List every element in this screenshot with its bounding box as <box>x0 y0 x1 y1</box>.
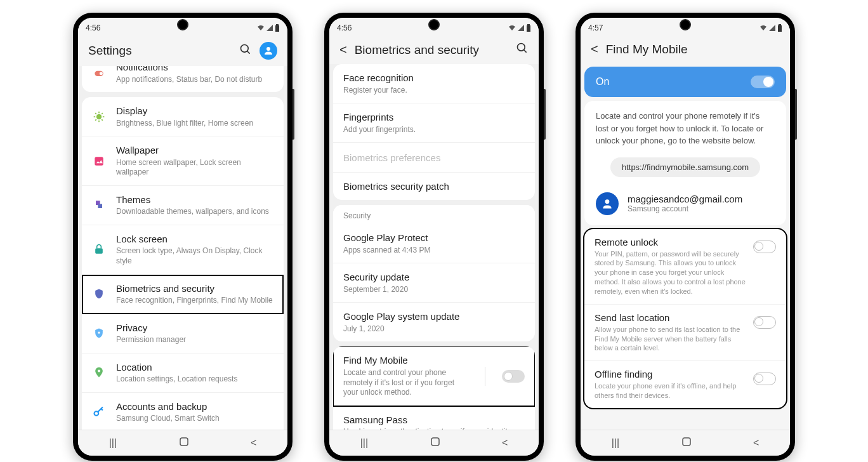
option-text: Send last location Allow your phone to s… <box>595 312 746 353</box>
item-title: Samsung Pass <box>343 414 525 426</box>
option-offline-finding[interactable]: Offline finding Locate your phone even i… <box>584 361 786 408</box>
info-text: Locate and control your phone remotely i… <box>584 101 786 154</box>
biometrics-header: < Biometrics and security <box>329 36 539 64</box>
svg-point-6 <box>100 72 103 75</box>
item-sub: Face recognition, Fingerprints, Find My … <box>116 296 273 306</box>
nav-home-icon[interactable] <box>430 437 440 449</box>
profile-avatar[interactable] <box>260 42 277 60</box>
wifi-icon <box>257 25 265 31</box>
search-icon[interactable] <box>239 43 252 59</box>
svg-line-3 <box>247 51 250 53</box>
item-sub: Locate and control your phone remotely i… <box>343 368 468 398</box>
nav-back-icon[interactable]: < <box>251 437 256 449</box>
svg-rect-32 <box>778 25 782 32</box>
fmm-header: < Find My Mobile <box>581 36 790 63</box>
item-fingerprints[interactable]: Fingerprints Add your fingerprints. <box>333 103 535 143</box>
item-title: Location <box>116 361 273 374</box>
toggle[interactable] <box>502 370 525 383</box>
svg-point-7 <box>96 114 102 119</box>
svg-rect-26 <box>180 438 188 446</box>
item-sub: App notifications, Status bar, Do not di… <box>116 75 273 85</box>
item-sub: Screen lock type, Always On Display, Clo… <box>116 246 273 266</box>
wifi-icon <box>760 25 767 31</box>
nav-back-icon[interactable]: < <box>753 437 759 449</box>
wifi-icon <box>508 25 516 31</box>
item-text: Privacy Permission manager <box>116 322 273 345</box>
screen-1: 4:56 Settings Notifications App notifica… <box>78 18 287 456</box>
item-google-play-system-update[interactable]: Google Play system update July 1, 2020 <box>333 303 535 341</box>
svg-line-12 <box>95 113 96 114</box>
item-sub: Register your face. <box>343 86 525 96</box>
search-icon[interactable] <box>516 42 529 58</box>
screen-2: 4:56 < Biometrics and security Face reco… <box>329 18 539 456</box>
option-text: Offline finding Locate your phone even i… <box>595 369 746 400</box>
nav-home-icon[interactable] <box>179 437 189 449</box>
back-icon[interactable]: < <box>591 42 598 56</box>
toggle[interactable] <box>753 241 776 253</box>
shield-icon <box>92 287 106 301</box>
svg-line-24 <box>101 409 103 411</box>
item-samsung-pass[interactable]: Samsung Pass Use biometric authenticatio… <box>333 406 535 430</box>
settings-item-notif[interactable]: Notifications App notifications, Status … <box>82 66 284 92</box>
nav-recent-icon[interactable]: ||| <box>360 437 368 449</box>
camera-hole <box>680 19 691 30</box>
clock: 4:56 <box>337 23 352 32</box>
item-biometrics-preferences[interactable]: Biometrics preferences <box>333 143 535 173</box>
fmm-content[interactable]: On Locate and control your phone remotel… <box>581 63 790 430</box>
settings-item-lock[interactable]: Lock screen Screen lock type, Always On … <box>82 225 284 275</box>
biometrics-list[interactable]: Face recognition Register your face. Fin… <box>329 64 539 430</box>
nav-bar: ||| < <box>78 430 287 456</box>
item-security-update[interactable]: Security update September 1, 2020 <box>333 263 535 303</box>
settings-item-location[interactable]: Location Location settings, Location req… <box>82 353 284 393</box>
svg-point-34 <box>605 199 610 204</box>
item-title: Biometrics security patch <box>343 180 525 193</box>
account-row[interactable]: maggiesandco@gmail.com Samsung account <box>584 187 786 225</box>
page-title: Biometrics and security <box>355 43 508 57</box>
item-title: Google Play Protect <box>343 232 525 244</box>
nav-recent-icon[interactable]: ||| <box>612 437 619 449</box>
item-title: Themes <box>116 194 273 206</box>
item-sub: Apps scanned at 4:43 PM <box>343 246 525 256</box>
account-info: maggiesandco@gmail.com Samsung account <box>628 194 742 213</box>
item-title: Accounts and backup <box>116 400 273 413</box>
settings-item-key[interactable]: Accounts and backup Samsung Cloud, Smart… <box>82 393 284 430</box>
item-google-play-protect[interactable]: Google Play Protect Apps scanned at 4:43… <box>333 224 535 263</box>
nav-home-icon[interactable] <box>681 437 692 449</box>
master-toggle-banner[interactable]: On <box>584 67 786 97</box>
option-sub: Allow your phone to send its last locati… <box>595 325 746 353</box>
svg-line-30 <box>524 50 527 53</box>
settings-item-shield[interactable]: Biometrics and security Face recognition… <box>82 275 284 314</box>
clock: 4:57 <box>588 23 603 32</box>
item-title: Find My Mobile <box>343 354 468 367</box>
option-title: Send last location <box>595 312 746 323</box>
item-title: Display <box>116 105 273 117</box>
settings-item-privacy[interactable]: Privacy Permission manager <box>82 314 284 353</box>
nav-bar: ||| < <box>581 430 790 456</box>
svg-point-21 <box>98 370 100 373</box>
location-icon <box>92 366 106 380</box>
item-face-recognition[interactable]: Face recognition Register your face. <box>333 64 535 103</box>
settings-item-wallpaper[interactable]: Wallpaper Home screen wallpaper, Lock sc… <box>82 136 284 186</box>
item-sub: Brightness, Blue light filter, Home scre… <box>116 119 273 129</box>
toggle[interactable] <box>753 373 776 385</box>
fmm-url[interactable]: https://findmymobile.samsung.com <box>610 157 760 177</box>
settings-item-themes[interactable]: Themes Downloadable themes, wallpapers, … <box>82 186 284 225</box>
nav-recent-icon[interactable]: ||| <box>109 437 117 449</box>
settings-list[interactable]: Notifications App notifications, Status … <box>78 66 287 430</box>
option-send-last-location[interactable]: Send last location Allow your phone to s… <box>584 305 786 362</box>
svg-rect-1 <box>276 24 279 25</box>
settings-item-display[interactable]: Display Brightness, Blue light filter, H… <box>82 97 284 136</box>
master-toggle[interactable] <box>751 76 775 88</box>
svg-rect-19 <box>95 249 103 254</box>
option-remote-unlock[interactable]: Remote unlock Your PIN, pattern, or pass… <box>584 229 786 305</box>
back-icon[interactable]: < <box>339 43 347 57</box>
section-header-security: Security <box>333 205 535 224</box>
item-title: Privacy <box>116 322 273 334</box>
toggle[interactable] <box>753 316 776 329</box>
nav-back-icon[interactable]: < <box>502 437 508 449</box>
item-text: Find My Mobile Locate and control your p… <box>343 354 468 397</box>
item-biometrics-security-patch[interactable]: Biometrics security patch <box>333 173 535 201</box>
display-icon <box>92 110 106 124</box>
item-find-my-mobile[interactable]: Find My Mobile Locate and control your p… <box>333 346 535 406</box>
status-icons <box>257 24 280 32</box>
